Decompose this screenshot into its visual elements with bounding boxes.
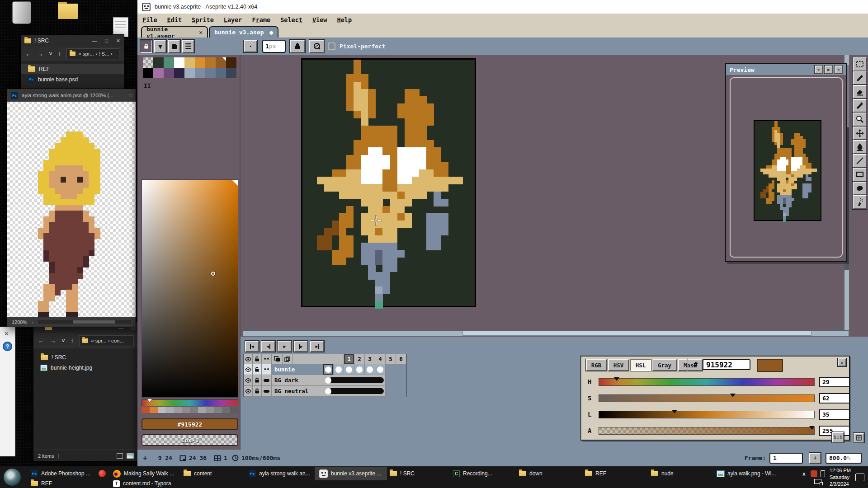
colortab-mask[interactable]: Mask [678, 359, 703, 371]
slider-track[interactable] [599, 378, 815, 386]
shade-swatch[interactable] [182, 407, 190, 413]
colortab-hsv[interactable]: HSV [608, 359, 629, 371]
taskbar-item[interactable]: CRecording... [450, 469, 506, 479]
aseprite-titlebar[interactable]: bunnie v3.aseprite - Aseprite v1.2.40-x6… [137, 0, 868, 14]
hue-bar[interactable] [142, 399, 238, 406]
ratio-button[interactable]: 1:1 [832, 432, 844, 443]
nav-arrow-icon[interactable]: ˅ [49, 50, 52, 57]
colortab-gray[interactable]: Gray [652, 359, 677, 371]
window-button[interactable]: ✕ [116, 38, 120, 44]
file-item[interactable]: Psbunnie base.psd [21, 74, 124, 84]
palette-swatch[interactable] [174, 68, 184, 78]
ink-button[interactable] [290, 40, 305, 53]
brush-size-input[interactable]: 1px [262, 40, 286, 53]
palette-swatch[interactable] [143, 57, 153, 68]
slider-marker[interactable] [672, 410, 677, 413]
timeline-cel-linked[interactable] [323, 386, 386, 397]
grid-toggle-button[interactable] [854, 433, 864, 443]
desktop-folder-icon[interactable] [58, 4, 78, 19]
photoshop-titlebar[interactable]: Ps ayla strong walk anim.psd @ 1200% (..… [7, 89, 136, 102]
timeline-cel[interactable] [323, 364, 334, 375]
explorer1-titlebar[interactable]: ! SRC —□✕ [21, 35, 124, 47]
editor-hscrollbar[interactable] [243, 330, 849, 336]
file-item[interactable]: ! SRC [33, 352, 138, 362]
nav-arrow-icon[interactable]: ↑ [58, 50, 61, 57]
layer-link-icon[interactable]: •• [262, 364, 272, 375]
shades-strip[interactable] [142, 407, 238, 413]
move-tool[interactable] [853, 127, 867, 141]
document-tab[interactable]: bunnie v3.asep● [209, 26, 278, 38]
add-frame-button[interactable]: + [809, 453, 821, 464]
bucket-tool[interactable] [853, 140, 867, 154]
shade-swatch[interactable] [158, 407, 166, 413]
palette-swatch[interactable] [205, 57, 216, 68]
lockO-icon[interactable] [253, 354, 262, 364]
layer-lock-icon[interactable] [253, 375, 262, 386]
expand-icon[interactable]: + [143, 454, 147, 462]
taskbar-item[interactable]: PsAdobe Photoshop ... [28, 469, 94, 479]
timeline-cel[interactable] [334, 364, 344, 375]
slider-marker[interactable] [614, 377, 619, 381]
shade-swatch[interactable] [198, 407, 206, 413]
eraser-tool[interactable] [853, 85, 867, 99]
slider-track[interactable] [599, 394, 815, 402]
zoom-input[interactable]: 800.0% [826, 453, 862, 464]
menu-view[interactable]: View [307, 14, 332, 26]
file-item[interactable]: bunnie-height.jpg [33, 362, 138, 373]
recycle-bin-icon[interactable] [12, 1, 31, 24]
frame-input[interactable]: 1 [769, 453, 803, 464]
taskbar-item[interactable]: Tcontent.md - Typora [110, 479, 183, 488]
palette-swatch[interactable] [216, 68, 226, 78]
palette-swatch[interactable] [143, 68, 153, 78]
taskbar-item[interactable]: down [516, 469, 566, 479]
palette-swatch[interactable] [164, 57, 174, 68]
slider-track[interactable] [599, 411, 815, 418]
slider-marker[interactable] [730, 394, 736, 397]
photoshop-hscrollbar[interactable] [38, 320, 131, 324]
layer-lock-icon[interactable] [253, 364, 262, 375]
lock-button[interactable] [140, 40, 152, 53]
taskbar-item[interactable] [96, 469, 108, 479]
tab-modified-icon[interactable]: ● [269, 29, 273, 36]
background-color-button[interactable]: Idx-0 [142, 434, 238, 446]
timeline-cel-linked[interactable] [323, 375, 386, 386]
frame-header[interactable]: 1 [344, 354, 354, 364]
playback-last-button[interactable]: ▶ [310, 341, 324, 352]
palette-swatch[interactable] [216, 57, 226, 68]
playback-prev-button[interactable]: ◀ [261, 341, 275, 352]
palette-swatch[interactable] [184, 68, 195, 78]
marquee-tool[interactable] [853, 57, 867, 71]
notifications-icon[interactable] [855, 474, 864, 481]
preview-close-icon[interactable]: ✕ [835, 66, 843, 74]
menu-edit[interactable]: Edit [162, 14, 187, 26]
spray-tool[interactable] [853, 195, 867, 209]
taskbar-item[interactable]: Psayla strong walk an... [246, 469, 315, 479]
menu-file[interactable]: File [137, 14, 162, 26]
palette-swatch[interactable] [195, 68, 205, 78]
continuous-icon[interactable]: •• [262, 354, 272, 364]
contour-tool[interactable] [853, 182, 867, 196]
thumbnail-view-icon[interactable] [127, 453, 134, 459]
photoshop-canvas[interactable] [7, 102, 136, 317]
onion-icon[interactable] [272, 354, 283, 364]
taskbar-item[interactable]: bunnie v3.aseprite ... [316, 469, 385, 479]
dup-icon[interactable] [283, 354, 292, 364]
ink-shape-button[interactable] [168, 40, 180, 53]
start-button[interactable] [4, 469, 21, 486]
colortab-hsl[interactable]: HSL [630, 359, 651, 371]
playback-play-button[interactable]: ▶ [278, 341, 292, 352]
rectangle-tool[interactable] [853, 168, 867, 182]
nav-arrow-icon[interactable]: → [37, 50, 43, 57]
file-item[interactable]: REF [21, 64, 124, 74]
taskbar-item[interactable]: REF [28, 479, 94, 488]
layer-name[interactable]: BG dark [272, 375, 323, 386]
shade-swatch[interactable] [214, 407, 222, 413]
layer-visible-icon[interactable] [244, 386, 253, 397]
explorer2-breadcrumb[interactable]: « spr... › con... [79, 335, 134, 346]
hex-input[interactable]: 915922 [703, 359, 750, 370]
shade-swatch[interactable] [174, 407, 182, 413]
pixel-perfect-checkbox[interactable] [328, 42, 335, 50]
frame-header[interactable]: 4 [375, 354, 386, 364]
tab-close-icon[interactable]: ✕ [199, 29, 203, 36]
menu-frame[interactable]: Frame [247, 14, 276, 26]
